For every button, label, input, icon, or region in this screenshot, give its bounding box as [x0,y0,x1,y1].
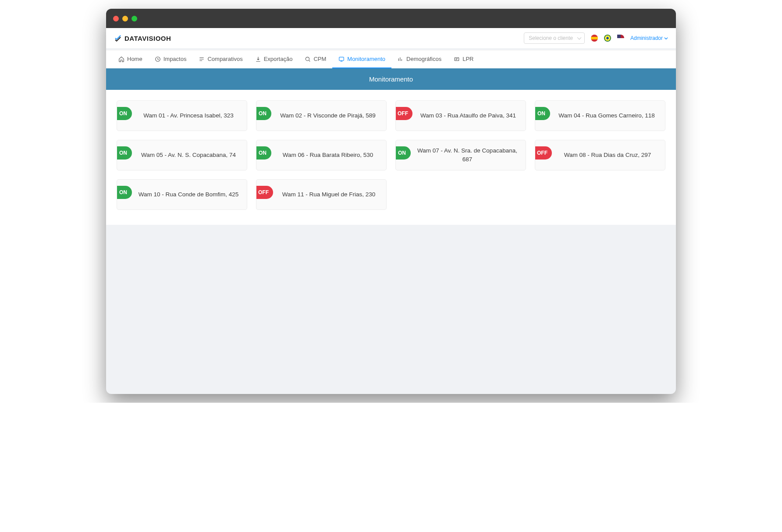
empty-space [106,227,676,394]
page-title: Monitoramento [369,75,413,83]
tab-label: Impactos [164,56,187,62]
cpm-icon [305,56,311,62]
monitor-card-label: Wam 10 - Rua Conde de Bomfim, 425 [135,190,242,199]
chevron-down-icon [664,36,668,40]
status-badge: ON [117,107,132,120]
monitor-card[interactable]: OFFWam 11 - Rua Miguel de Frias, 230 [256,179,387,210]
status-badge: ON [256,146,271,160]
window-maximize-icon[interactable] [132,16,137,21]
client-select-placeholder: Selecione o cliente [529,35,573,41]
monitor-card-label: Wam 05 - Av. N. S. Copacabana, 74 [135,151,242,160]
monitor-card[interactable]: ONWam 06 - Rua Barata Ribeiro, 530 [256,140,387,170]
nav-tabs: HomeImpactosComparativosExportaçãoCPMMon… [106,50,676,68]
monitoramento-icon [338,56,345,62]
monitor-card[interactable]: ONWam 10 - Rua Conde de Bomfim, 425 [117,179,247,210]
svg-point-1 [306,57,309,60]
page-banner: Monitoramento [106,68,676,90]
content-area: ONWam 01 - Av. Princesa Isabel, 323ONWam… [106,90,676,225]
tab-label: Monitoramento [347,56,385,62]
monitor-card[interactable]: ONWam 07 - Av. N. Sra. de Copacabana, 68… [395,140,526,170]
tab-comparativos[interactable]: Comparativos [192,50,249,68]
status-badge: OFF [535,146,552,160]
monitor-card-label: Wam 08 - Rua Dias da Cruz, 297 [555,151,660,160]
user-menu[interactable]: Administrador [630,35,668,41]
monitor-card-label: Wam 06 - Rua Barata Ribeiro, 530 [275,151,381,160]
monitor-card-label: Wam 04 - Rua Gomes Carneiro, 118 [554,111,660,120]
flag-us-icon[interactable] [617,35,624,42]
tab-label: Exportação [264,56,293,62]
status-badge: ON [117,146,132,160]
impactos-icon [155,56,161,62]
client-select[interactable]: Selecione o cliente [524,32,585,44]
tab-exportacao[interactable]: Exportação [249,50,299,68]
tab-demograficos[interactable]: Demográficos [391,50,448,68]
monitor-card[interactable]: OFFWam 03 - Rua Ataulfo de Paiva, 341 [395,100,526,131]
home-icon [118,56,124,62]
window-titlebar [106,9,676,28]
topbar: DATAVISIOOH Selecione o cliente Administ… [106,28,676,48]
tab-label: Demográficos [406,56,441,62]
tab-label: CPM [313,56,326,62]
monitor-card-label: Wam 02 - R Visconde de Pirajá, 589 [275,111,381,120]
monitor-card-label: Wam 07 - Av. N. Sra. de Copacabana, 687 [414,146,520,163]
monitor-card[interactable]: ONWam 01 - Av. Princesa Isabel, 323 [117,100,247,131]
user-label: Administrador [630,35,663,41]
svg-rect-2 [339,57,344,60]
status-badge: ON [117,186,132,199]
monitor-card[interactable]: ONWam 02 - R Visconde de Pirajá, 589 [256,100,387,131]
tab-home[interactable]: Home [112,50,149,68]
brand-mark-icon [114,34,122,42]
topbar-right: Selecione o cliente Administrador [524,32,668,44]
tab-lpr[interactable]: LPR [448,50,480,68]
monitor-card-label: Wam 03 - Rua Ataulfo de Paiva, 341 [416,111,520,120]
tab-cpm[interactable]: CPM [299,50,332,68]
tab-monitoramento[interactable]: Monitoramento [332,50,391,68]
status-badge: OFF [256,186,273,199]
monitor-card[interactable]: ONWam 05 - Av. N. S. Copacabana, 74 [117,140,247,170]
exportacao-icon [255,56,261,62]
app-window: DATAVISIOOH Selecione o cliente Administ… [106,9,676,394]
monitor-card[interactable]: OFFWam 08 - Rua Dias da Cruz, 297 [535,140,665,170]
monitor-card[interactable]: ONWam 04 - Rua Gomes Carneiro, 118 [535,100,665,131]
tab-impactos[interactable]: Impactos [149,50,193,68]
status-badge: ON [256,107,271,120]
svg-rect-3 [455,57,459,60]
tab-label: Home [127,56,142,62]
brand-text: DATAVISIOOH [124,35,171,42]
status-badge: ON [535,107,550,120]
status-badge: ON [395,146,411,160]
window-close-icon[interactable] [113,16,119,21]
flag-es-icon[interactable] [591,35,598,42]
brand-logo: DATAVISIOOH [114,34,171,42]
window-minimize-icon[interactable] [122,16,128,21]
tab-label: LPR [462,56,473,62]
flag-br-icon[interactable] [604,35,611,42]
lpr-icon [454,56,460,62]
monitor-card-label: Wam 11 - Rua Miguel de Frias, 230 [277,190,381,199]
comparativos-icon [199,56,205,62]
monitor-card-grid: ONWam 01 - Av. Princesa Isabel, 323ONWam… [117,100,665,210]
demograficos-icon [398,56,404,62]
tab-label: Comparativos [207,56,242,62]
status-badge: OFF [395,107,412,120]
monitor-card-label: Wam 01 - Av. Princesa Isabel, 323 [135,111,242,120]
